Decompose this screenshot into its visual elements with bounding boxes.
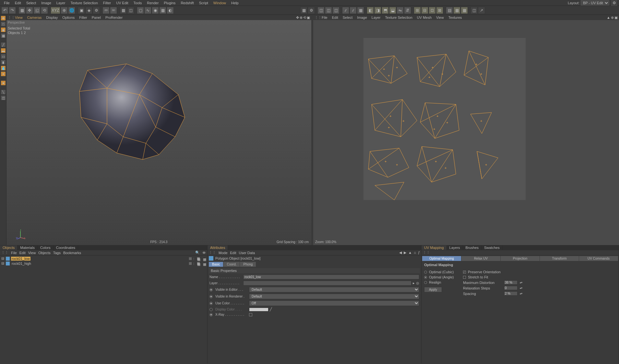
vp-nav2-icon[interactable]: ⊕	[300, 16, 303, 20]
fill-tool[interactable]: ▭	[1, 54, 6, 59]
vp-cameras[interactable]: Cameras	[25, 16, 44, 19]
color-swatch[interactable]	[249, 308, 268, 311]
attr-back-icon[interactable]: ◀	[399, 251, 402, 255]
render-region[interactable]: ◈	[85, 7, 92, 14]
vis-toggle[interactable]	[189, 262, 192, 265]
uv-fit4[interactable]: ⊠	[436, 7, 443, 14]
uv-align2[interactable]: ◨	[374, 7, 381, 14]
uv-t5[interactable]: ⫽	[350, 7, 357, 14]
uvvp-texsel[interactable]: Texture Selection	[383, 16, 414, 19]
attr-vised-select[interactable]: Default	[249, 287, 419, 292]
tab-layers[interactable]: Layers	[447, 245, 463, 250]
workplane[interactable]: ◫	[127, 7, 134, 14]
prim-array[interactable]: ▦	[159, 7, 166, 14]
tag-icon[interactable]: ▦	[203, 257, 206, 260]
attr-fwd-icon[interactable]: ▶	[404, 251, 406, 255]
radio-angle[interactable]	[424, 276, 427, 279]
uvvp-layer[interactable]: Layer	[370, 16, 383, 19]
tag-icon[interactable]: ▦	[197, 262, 200, 265]
viewport-3d[interactable]: ⋮⋮ View Cameras Display Options Filter P…	[6, 15, 311, 245]
uvvp-select[interactable]: Select	[341, 16, 355, 19]
apply-button[interactable]: Apply	[424, 287, 442, 292]
vis-editor-radio[interactable]	[209, 288, 213, 291]
cb-preserve[interactable]: ✓	[463, 271, 466, 274]
model-mode[interactable]: ✥	[1, 16, 6, 21]
tab-coordinates[interactable]: Coordinates	[54, 245, 78, 250]
grip-icon[interactable]: ⋮⋮	[315, 16, 319, 20]
menu-texsel[interactable]: Texture Selection	[68, 0, 100, 6]
uvvp-image[interactable]: Image	[355, 16, 369, 19]
uv-pack3[interactable]: ▦	[461, 7, 468, 14]
workplane-mode[interactable]: ▦	[1, 33, 6, 38]
spinner-icon[interactable]: ▴▾	[519, 281, 523, 284]
uv-show[interactable]: ▦	[300, 7, 307, 14]
xray-radio[interactable]	[209, 313, 213, 316]
attr-func-icon[interactable]: ƒ	[418, 251, 420, 255]
uv-fit1[interactable]: ⊞	[414, 7, 421, 14]
uv-mirror2[interactable]: ⇵	[404, 7, 411, 14]
vis-toggle[interactable]	[189, 257, 192, 260]
redo-button[interactable]: ↷	[9, 7, 16, 14]
radio-realign[interactable]	[424, 281, 427, 284]
uv-t1[interactable]: ◫	[317, 7, 325, 14]
uv-align1[interactable]: ◧	[367, 7, 374, 14]
xyz-lock[interactable]: XYZ	[51, 7, 60, 14]
attr-tab-coord[interactable]: Coord.	[223, 262, 240, 267]
spinner-icon[interactable]: ▴▾	[519, 287, 523, 289]
uvvp-view[interactable]: View	[434, 16, 446, 19]
obj-file[interactable]: File	[11, 251, 17, 255]
layer-arrow-icon[interactable]: ▸	[413, 281, 415, 285]
attr-tab-phong[interactable]: Phong	[240, 262, 256, 267]
scale-tool[interactable]: ◱	[33, 7, 41, 14]
attr-mode[interactable]: Mode	[219, 251, 228, 255]
uv-t6[interactable]: ▦	[357, 7, 364, 14]
rock-mesh[interactable]	[49, 53, 204, 182]
object-row[interactable]: ⊟ rock01_high : ▦ ▦	[1, 261, 207, 266]
vp-display[interactable]: Display	[44, 16, 60, 19]
uv-align3[interactable]: ⬒	[382, 7, 389, 14]
menu-layer[interactable]: Layer	[54, 0, 68, 6]
tab-objects[interactable]: Objects	[0, 245, 18, 250]
attr-visrn-select[interactable]: Default	[249, 294, 419, 299]
usecolor-radio[interactable]	[209, 302, 213, 305]
uvvp-nav3-icon[interactable]: ▣	[614, 16, 618, 20]
uvsub-projection[interactable]: Projection	[501, 256, 540, 261]
attr-edit[interactable]: Edit	[230, 251, 236, 255]
bucket-tool[interactable]: 💧	[1, 65, 6, 71]
tab-colors[interactable]: Colors	[38, 245, 54, 250]
render-settings[interactable]: ⚙	[93, 7, 100, 14]
move-tool[interactable]: ✥	[26, 7, 33, 14]
uvvp-nav2-icon[interactable]: ⊕	[611, 16, 614, 20]
tab-brushes[interactable]: Brushes	[463, 245, 482, 250]
color-picker-icon[interactable]: ╱	[270, 307, 272, 311]
obj-bookmarks[interactable]: Bookmarks	[63, 251, 81, 255]
prim-nurbs[interactable]: ◉	[152, 7, 159, 14]
uv-gear[interactable]: ⚙	[308, 7, 315, 14]
prim-deform[interactable]: ◐	[167, 7, 174, 14]
menu-select[interactable]: Select	[24, 0, 39, 6]
obj-edit[interactable]: Edit	[19, 251, 26, 255]
grip-icon[interactable]: ⋮⋮	[1, 251, 8, 255]
uv-t2[interactable]: ◫	[325, 7, 332, 14]
uvsub-relax[interactable]: Relax UV	[461, 256, 500, 261]
tab-swatches[interactable]: Swatches	[482, 245, 503, 250]
prim-spline[interactable]: ∿	[144, 7, 151, 14]
menu-plugins[interactable]: Plugins	[161, 0, 178, 6]
menu-file[interactable]: File	[1, 0, 12, 6]
menu-render[interactable]: Render	[144, 0, 161, 6]
xray-checkbox[interactable]	[249, 313, 252, 316]
vp-panel[interactable]: Panel	[90, 16, 103, 19]
uv-align4[interactable]: ⬓	[389, 7, 396, 14]
uv-islands[interactable]: +++ +++ ++ +++ +++ + ++ ++ +	[352, 40, 540, 221]
uv-fit3[interactable]: ⊡	[429, 7, 436, 14]
uvvp-nav1-icon[interactable]: ▲	[607, 16, 610, 20]
menu-edit[interactable]: Edit	[12, 0, 24, 6]
menu-uvedit[interactable]: UV Edit	[113, 0, 131, 6]
uv-t3[interactable]: ◫	[332, 7, 339, 14]
grip-icon[interactable]: ⋮⋮	[423, 251, 430, 255]
tab-attributes[interactable]: Attributes	[208, 245, 228, 250]
grip-icon[interactable]: ⋮⋮	[209, 251, 216, 255]
attr-userdata[interactable]: User Data	[239, 251, 255, 255]
layer-target-icon[interactable]: ◎	[416, 281, 419, 285]
rotate-tool[interactable]: ⟲	[41, 7, 48, 14]
